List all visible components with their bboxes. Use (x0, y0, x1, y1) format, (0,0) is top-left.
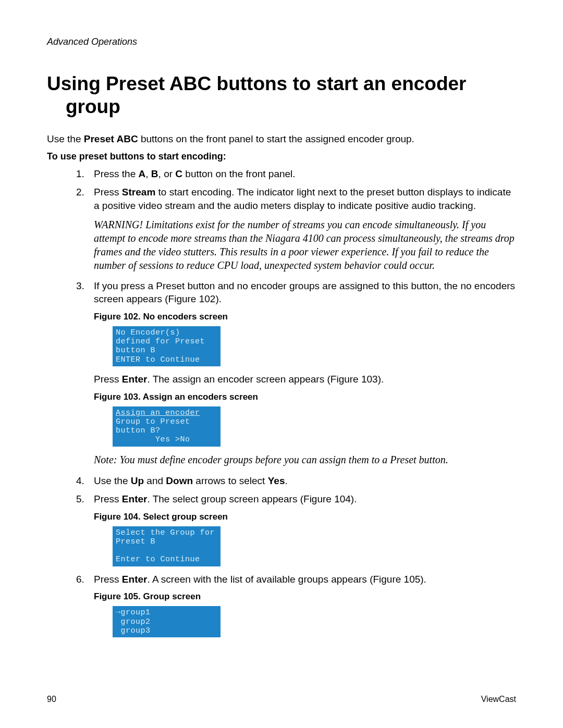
text: button on the front panel. (182, 168, 296, 179)
step-number: 5. (76, 492, 84, 506)
text: Press (94, 574, 122, 585)
text-bold: Enter (122, 574, 148, 585)
warning-note: WARNING! Limitations exist for the numbe… (94, 218, 516, 272)
step-number: 1. (76, 167, 84, 181)
text: Use the (47, 133, 84, 144)
figure-102-caption: Figure 102. No encoders screen (94, 311, 516, 323)
running-head: Advanced Operations (47, 36, 516, 47)
page-title: Using Preset ABC buttons to start an enc… (66, 72, 516, 119)
text: If you press a Preset button and no enco… (94, 280, 515, 305)
procedure-heading: To use preset buttons to start encoding: (47, 151, 516, 162)
step-number: 6. (76, 573, 84, 586)
text-bold: Preset ABC (84, 133, 138, 144)
text-bold: Stream (122, 187, 155, 198)
text-after-fig102: Press Enter. The assign an encoder scree… (94, 373, 516, 386)
step-1: 1. Press the A, B, or C button on the fr… (76, 167, 516, 181)
text-bold: Enter (122, 493, 148, 504)
step-number: 3. (76, 279, 84, 293)
figure-104-lcd: Select the Group for Preset B Enter to C… (113, 526, 221, 566)
step-2: 2. Press Stream to start encoding. The i… (76, 186, 516, 272)
step-6: 6. Press Enter. A screen with the list o… (76, 573, 516, 637)
text: Press (94, 187, 122, 198)
lcd-line-underlined: Assign an encoder (116, 409, 200, 417)
lcd-lines: Group to Preset button B? Yes >No (116, 417, 190, 445)
text-bold: Up (131, 475, 144, 486)
procedure-steps: 1. Press the A, B, or C button on the fr… (76, 167, 516, 637)
figure-105-lcd: →group1 group2 group3 (113, 606, 221, 637)
text: , or (158, 168, 176, 179)
text-bold: Down (166, 475, 193, 486)
text-bold: B (151, 168, 158, 179)
text: . The select group screen appears (Figur… (147, 493, 357, 504)
note-text: Note: You must define encoder groups bef… (94, 453, 516, 467)
footer-brand: ViewCast (481, 695, 516, 704)
text-bold: A (139, 168, 146, 179)
step-5: 5. Press Enter. The select group screen … (76, 492, 516, 566)
text: Press the (94, 168, 139, 179)
text: Use the (94, 475, 131, 486)
warning-label: WARNING! (94, 219, 145, 230)
step-number: 2. (76, 186, 84, 199)
text: Press (94, 374, 122, 385)
step-3: 3. If you press a Preset button and no e… (76, 279, 516, 467)
document-page: Advanced Operations Using Preset ABC but… (0, 0, 563, 728)
figure-102-lcd: No Encoder(s) defined for Preset button … (113, 326, 221, 366)
text: . The assign an encoder screen appears (… (147, 374, 384, 385)
intro-paragraph: Use the Preset ABC buttons on the front … (47, 133, 516, 145)
text-bold: C (175, 168, 182, 179)
text: arrows to select (193, 475, 268, 486)
figure-103-caption: Figure 103. Assign an encoders screen (94, 391, 516, 403)
warning-text: Limitations exist for the number of stre… (94, 219, 515, 271)
figure-104-caption: Figure 104. Select group screen (94, 511, 516, 523)
text: to start encoding. The indicator light n… (94, 187, 511, 211)
text: . A screen with the list of available gr… (147, 574, 426, 585)
step-4: 4. Use the Up and Down arrows to select … (76, 474, 516, 488)
text-bold: Enter (122, 374, 148, 385)
page-number: 90 (47, 695, 56, 704)
step-number: 4. (76, 474, 84, 488)
text: , (145, 168, 151, 179)
text: Press (94, 493, 122, 504)
text-bold: Yes (268, 475, 285, 486)
figure-105-caption: Figure 105. Group screen (94, 591, 516, 603)
text: buttons on the front panel to start the … (138, 133, 414, 144)
page-footer: 90 ViewCast (47, 695, 516, 704)
figure-103-lcd: Assign an encoder Group to Preset button… (113, 406, 221, 447)
text: and (144, 475, 166, 486)
text: . (285, 475, 287, 486)
